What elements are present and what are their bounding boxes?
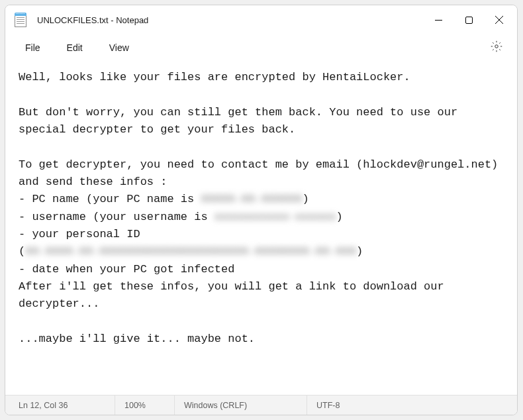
menu-file[interactable]: File: [12, 38, 54, 57]
notepad-window: UNLOCKFILES.txt - Notepad File Edit View…: [5, 5, 518, 415]
status-cursor-position: Ln 12, Col 36: [9, 395, 115, 415]
titlebar: UNLOCKFILES.txt - Notepad: [5, 5, 517, 34]
maximize-button[interactable]: [453, 5, 484, 34]
settings-button[interactable]: [483, 36, 510, 59]
notepad-icon: [15, 13, 26, 27]
menu-edit[interactable]: Edit: [54, 38, 96, 57]
status-encoding: UTF-8: [307, 395, 513, 415]
window-title: UNLOCKFILES.txt - Notepad: [37, 15, 423, 25]
redacted-pc-name: XXXXX-XX-XXXXXX: [201, 191, 302, 208]
status-zoom[interactable]: 100%: [115, 395, 175, 415]
menubar: File Edit View: [5, 34, 517, 61]
redacted-username: xxxxxxxxxxx-xxxxxx: [214, 209, 336, 226]
redacted-personal-id: XX-XXXX-XX-XXXXXXXXXXXXXXXXXXXXXX-XXXXXX…: [25, 243, 356, 260]
minimize-button[interactable]: [423, 5, 453, 34]
statusbar: Ln 12, Col 36 100% Windows (CRLF) UTF-8: [5, 395, 517, 415]
text-editor-content[interactable]: Well, looks like your files are encrypte…: [5, 61, 517, 395]
gear-icon: [491, 40, 502, 52]
window-controls: [423, 5, 514, 34]
svg-rect-1: [465, 17, 472, 23]
svg-point-4: [495, 45, 499, 48]
status-line-ending: Windows (CRLF): [175, 395, 307, 415]
close-button[interactable]: [484, 5, 514, 34]
menu-view[interactable]: View: [96, 38, 142, 57]
